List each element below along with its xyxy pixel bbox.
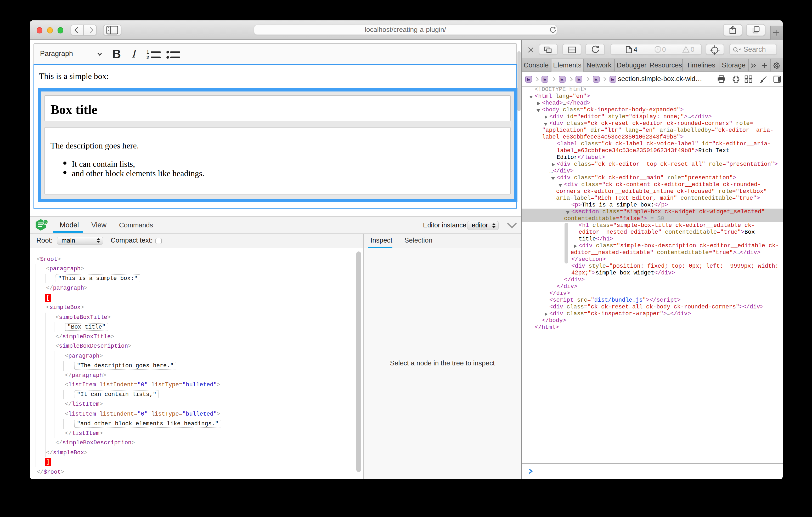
svg-text:1: 1 xyxy=(146,50,149,55)
svg-text:5: 5 xyxy=(44,220,46,224)
svg-text:2: 2 xyxy=(146,55,149,59)
